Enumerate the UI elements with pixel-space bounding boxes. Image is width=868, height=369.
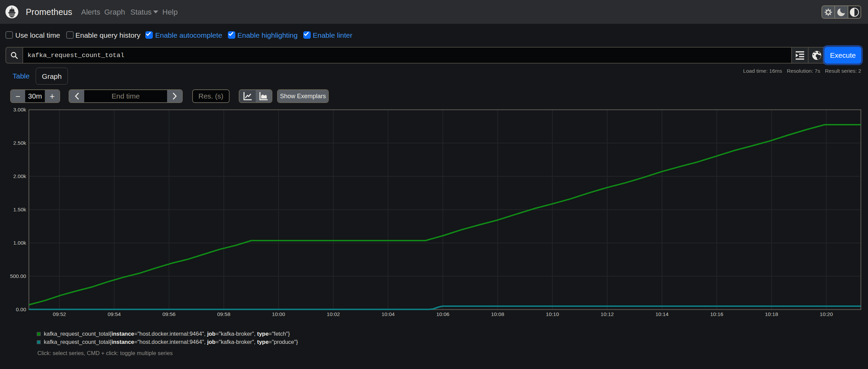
svg-text:09:58: 09:58 bbox=[217, 311, 231, 317]
svg-text:10:04: 10:04 bbox=[381, 311, 395, 317]
svg-text:0.00: 0.00 bbox=[16, 306, 26, 312]
svg-text:2.50k: 2.50k bbox=[13, 140, 26, 146]
svg-text:09:56: 09:56 bbox=[162, 311, 176, 317]
svg-text:10:16: 10:16 bbox=[710, 311, 723, 317]
svg-text:10:14: 10:14 bbox=[655, 311, 669, 317]
svg-text:3.00k: 3.00k bbox=[13, 107, 26, 112]
svg-text:10:06: 10:06 bbox=[436, 311, 450, 317]
svg-text:10:10: 10:10 bbox=[546, 311, 559, 317]
svg-text:09:52: 09:52 bbox=[53, 311, 66, 317]
svg-text:10:20: 10:20 bbox=[820, 311, 833, 317]
svg-text:10:08: 10:08 bbox=[491, 311, 504, 317]
svg-text:09:54: 09:54 bbox=[108, 311, 121, 317]
svg-text:1.50k: 1.50k bbox=[13, 207, 26, 212]
svg-text:1.00k: 1.00k bbox=[13, 240, 26, 246]
svg-text:2.00k: 2.00k bbox=[13, 173, 26, 179]
svg-text:10:02: 10:02 bbox=[327, 311, 340, 317]
svg-text:10:18: 10:18 bbox=[765, 311, 778, 317]
svg-text:10:00: 10:00 bbox=[272, 311, 285, 317]
svg-text:500.00: 500.00 bbox=[10, 273, 26, 279]
svg-text:10:12: 10:12 bbox=[601, 311, 614, 317]
